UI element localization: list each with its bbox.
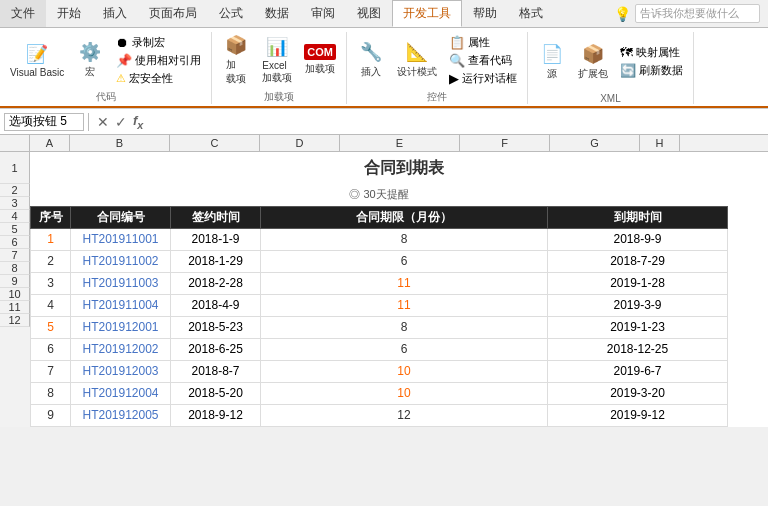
cell-contract[interactable]: HT201912002 (71, 338, 171, 360)
cell-seq[interactable]: 1 (31, 228, 71, 250)
cell-seq[interactable]: 6 (31, 338, 71, 360)
excel-addin-button[interactable]: 📊 Excel加载项 (258, 34, 296, 87)
cell-period[interactable]: 10 (261, 382, 548, 404)
cell-contract[interactable]: HT201911004 (71, 294, 171, 316)
cell-period[interactable]: 10 (261, 360, 548, 382)
title-cell-g[interactable] (638, 152, 728, 184)
properties-button[interactable]: 📋 属性 (445, 34, 521, 51)
table-row[interactable]: 5 HT201912001 2018-5-23 8 2019-1-23 (31, 316, 768, 338)
cell-contract[interactable]: HT201911002 (71, 250, 171, 272)
title-cell-f[interactable] (548, 152, 638, 184)
row-header-7[interactable]: 7 (0, 249, 30, 262)
cell-seq[interactable]: 9 (31, 404, 71, 426)
com-addin-button[interactable]: COM 加载项 (300, 42, 340, 78)
tab-file[interactable]: 文件 (0, 0, 46, 27)
cell-sign-date[interactable]: 2018-1-9 (171, 228, 261, 250)
tab-review[interactable]: 审阅 (300, 0, 346, 27)
cell-sign-date[interactable]: 2018-5-23 (171, 316, 261, 338)
cell-expire[interactable]: 2019-1-23 (548, 316, 728, 338)
table-row[interactable]: 3 HT201911003 2018-2-28 11 2019-1-28 (31, 272, 768, 294)
cell-period[interactable]: 12 (261, 404, 548, 426)
tab-home[interactable]: 开始 (46, 0, 92, 27)
table-row[interactable]: 9 HT201912005 2018-9-12 12 2019-9-12 (31, 404, 768, 426)
cell-period[interactable]: 8 (261, 228, 548, 250)
cell-expire[interactable]: 2018-7-29 (548, 250, 728, 272)
source-button[interactable]: 📄 源 (534, 41, 570, 83)
cell-expire[interactable]: 2019-6-7 (548, 360, 728, 382)
tab-insert[interactable]: 插入 (92, 0, 138, 27)
cell-sign-date[interactable]: 2018-4-9 (171, 294, 261, 316)
title-cell-h[interactable] (728, 152, 768, 184)
confirm-formula-icon[interactable]: ✓ (115, 114, 127, 130)
col-header-h[interactable]: H (640, 135, 680, 151)
cell-expire[interactable]: 2019-1-28 (548, 272, 728, 294)
cell-contract[interactable]: HT201912005 (71, 404, 171, 426)
formula-input[interactable] (151, 115, 764, 129)
name-box[interactable] (4, 113, 84, 131)
cell-seq[interactable]: 8 (31, 382, 71, 404)
table-row[interactable]: 4 HT201911004 2018-4-9 11 2019-3-9 (31, 294, 768, 316)
cell-period[interactable]: 6 (261, 250, 548, 272)
tab-formula[interactable]: 公式 (208, 0, 254, 27)
cell-period[interactable]: 8 (261, 316, 548, 338)
cell-seq[interactable]: 7 (31, 360, 71, 382)
table-row[interactable]: 7 HT201912003 2018-8-7 10 2019-6-7 (31, 360, 768, 382)
cell-expire[interactable]: 2018-12-25 (548, 338, 728, 360)
cell-sign-date[interactable]: 2018-9-12 (171, 404, 261, 426)
row-header-8[interactable]: 8 (0, 262, 30, 275)
reminder-cell[interactable]: ◎ 30天提醒 (31, 184, 728, 206)
tab-page-layout[interactable]: 页面布局 (138, 0, 208, 27)
col-header-f[interactable]: F (460, 135, 550, 151)
col-header-b[interactable]: B (70, 135, 170, 151)
cell-expire[interactable]: 2019-9-12 (548, 404, 728, 426)
row-header-10[interactable]: 10 (0, 288, 30, 301)
cell-expire[interactable]: 2019-3-20 (548, 382, 728, 404)
insert-control-button[interactable]: 🔧 插入 (353, 39, 389, 81)
cell-expire[interactable]: 2019-3-9 (548, 294, 728, 316)
cell-period[interactable]: 6 (261, 338, 548, 360)
cell-seq[interactable]: 4 (31, 294, 71, 316)
cell-contract[interactable]: HT201912001 (71, 316, 171, 338)
col-header-d[interactable]: D (260, 135, 340, 151)
cell-period[interactable]: 11 (261, 294, 548, 316)
cell-sign-date[interactable]: 2018-8-7 (171, 360, 261, 382)
relative-ref-button[interactable]: 📌 使用相对引用 (112, 52, 205, 69)
cell-expire[interactable]: 2018-9-9 (548, 228, 728, 250)
tab-help[interactable]: 帮助 (462, 0, 508, 27)
cell-contract[interactable]: HT201912003 (71, 360, 171, 382)
insert-function-icon[interactable]: fx (133, 113, 143, 131)
title-cell-c[interactable] (171, 152, 261, 184)
title-cell-b[interactable] (71, 152, 171, 184)
map-prop-button[interactable]: 🗺 映射属性 (616, 44, 687, 61)
col-header-g[interactable]: G (550, 135, 640, 151)
design-mode-button[interactable]: 📐 设计模式 (393, 39, 441, 81)
row-header-12[interactable]: 12 (0, 314, 30, 327)
macro-security-button[interactable]: ⚠ 宏安全性 (112, 70, 205, 87)
row-header-4[interactable]: 4 (0, 210, 30, 223)
cell-contract[interactable]: HT201912004 (71, 382, 171, 404)
run-dialog-button[interactable]: ▶ 运行对话框 (445, 70, 521, 87)
table-row[interactable]: 8 HT201912004 2018-5-20 10 2019-3-20 (31, 382, 768, 404)
row-header-5[interactable]: 5 (0, 223, 30, 236)
record-macro-button[interactable]: ⏺ 录制宏 (112, 34, 205, 51)
col-header-c[interactable]: C (170, 135, 260, 151)
row-header-6[interactable]: 6 (0, 236, 30, 249)
macro-button[interactable]: ⚙️ 宏 (72, 39, 108, 81)
tab-data[interactable]: 数据 (254, 0, 300, 27)
tab-format[interactable]: 格式 (508, 0, 554, 27)
cell-seq[interactable]: 2 (31, 250, 71, 272)
tab-view[interactable]: 视图 (346, 0, 392, 27)
row-header-1[interactable]: 1 (0, 152, 30, 184)
cell-seq[interactable]: 5 (31, 316, 71, 338)
table-row[interactable]: 1 HT201911001 2018-1-9 8 2018-9-9 (31, 228, 768, 250)
row-header-3[interactable]: 3 (0, 197, 30, 210)
cell-sign-date[interactable]: 2018-5-20 (171, 382, 261, 404)
cell-sign-date[interactable]: 2018-2-28 (171, 272, 261, 294)
col-header-a[interactable]: A (30, 135, 70, 151)
cancel-formula-icon[interactable]: ✕ (97, 114, 109, 130)
cell-seq[interactable]: 3 (31, 272, 71, 294)
row-header-2[interactable]: 2 (0, 184, 30, 197)
cell-sign-date[interactable]: 2018-6-25 (171, 338, 261, 360)
cell-sign-date[interactable]: 2018-1-29 (171, 250, 261, 272)
cell-period[interactable]: 11 (261, 272, 548, 294)
